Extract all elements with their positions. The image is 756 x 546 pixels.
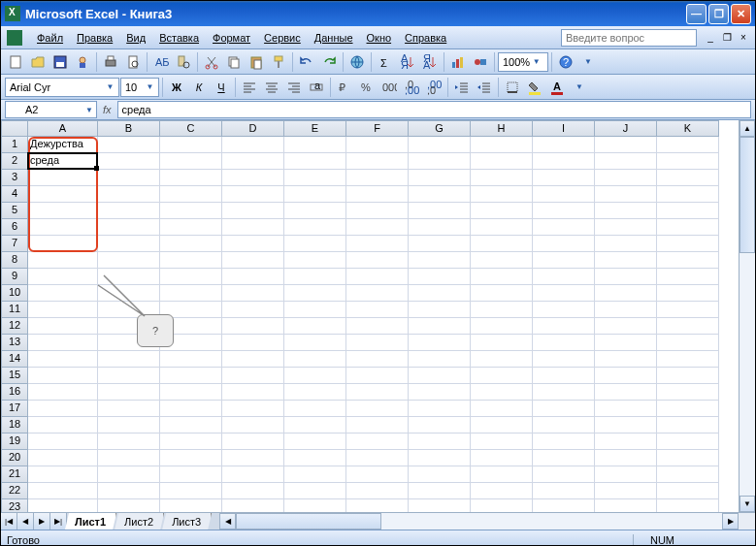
cell[interactable]	[409, 219, 471, 236]
cell[interactable]	[533, 499, 595, 512]
font-size-combo[interactable]: 10 ▼	[120, 78, 159, 97]
cell[interactable]	[160, 252, 222, 269]
cell[interactable]	[533, 417, 595, 434]
row-header[interactable]: 13	[1, 335, 28, 351]
help-button[interactable]: ?	[555, 51, 576, 73]
cell[interactable]	[657, 302, 719, 318]
cell[interactable]	[222, 351, 284, 368]
cell[interactable]	[657, 401, 719, 417]
column-header[interactable]: I	[533, 120, 595, 137]
font-color-button[interactable]: A	[546, 77, 568, 98]
cell[interactable]	[284, 499, 346, 512]
cell[interactable]	[346, 368, 409, 384]
scroll-right-button[interactable]: ▶	[722, 513, 739, 530]
cell[interactable]	[471, 450, 533, 466]
menu-edit[interactable]: Правка	[70, 29, 119, 47]
borders-button[interactable]	[502, 77, 523, 98]
cell[interactable]	[595, 384, 657, 401]
cell[interactable]	[657, 186, 719, 203]
cell[interactable]	[533, 219, 595, 236]
name-box[interactable]: A2 ▼	[5, 101, 97, 118]
column-header[interactable]: E	[284, 120, 346, 137]
column-header[interactable]: K	[657, 120, 719, 137]
cell[interactable]	[160, 186, 222, 203]
cell[interactable]	[284, 285, 346, 302]
cell[interactable]	[409, 203, 471, 219]
cell[interactable]	[160, 219, 222, 236]
align-right-button[interactable]	[283, 77, 305, 98]
cell[interactable]	[98, 203, 160, 219]
row-header[interactable]: 23	[1, 499, 28, 512]
cell[interactable]	[160, 351, 222, 368]
scroll-track[interactable]	[236, 513, 722, 530]
row-header[interactable]: 22	[1, 483, 28, 499]
menu-window[interactable]: Окно	[360, 29, 399, 47]
menu-tools[interactable]: Сервис	[257, 29, 308, 47]
cell[interactable]	[657, 384, 719, 401]
row-header[interactable]: 7	[1, 236, 28, 252]
cell[interactable]	[595, 368, 657, 384]
cell[interactable]	[160, 368, 222, 384]
cell[interactable]	[160, 466, 222, 483]
horizontal-scrollbar[interactable]: ◀ ▶	[219, 513, 739, 530]
cell[interactable]	[471, 186, 533, 203]
research-button[interactable]	[173, 51, 194, 73]
row-header[interactable]: 4	[1, 186, 28, 203]
cell[interactable]	[409, 401, 471, 417]
cell[interactable]	[160, 434, 222, 450]
document-icon[interactable]	[7, 30, 22, 46]
cell[interactable]	[533, 203, 595, 219]
cell[interactable]	[595, 318, 657, 335]
column-header[interactable]: G	[409, 120, 471, 137]
row-header[interactable]: 9	[1, 269, 28, 285]
cell[interactable]	[533, 170, 595, 186]
cell[interactable]	[346, 186, 409, 203]
cell[interactable]	[98, 483, 160, 499]
select-all-corner[interactable]	[1, 120, 28, 137]
cell[interactable]	[657, 285, 719, 302]
cell[interactable]	[284, 302, 346, 318]
underline-button[interactable]: Ч	[211, 77, 232, 98]
cell[interactable]	[284, 351, 346, 368]
cell[interactable]	[595, 252, 657, 269]
cell[interactable]	[98, 417, 160, 434]
zoom-combo[interactable]: 100% ▼	[498, 52, 548, 72]
cell[interactable]	[409, 351, 471, 368]
column-header[interactable]: H	[471, 120, 533, 137]
cell[interactable]	[28, 302, 98, 318]
row-header[interactable]: 20	[1, 450, 28, 466]
cell[interactable]	[160, 483, 222, 499]
cell[interactable]	[160, 450, 222, 466]
cell[interactable]	[346, 269, 409, 285]
cell[interactable]	[409, 368, 471, 384]
cell[interactable]	[657, 466, 719, 483]
cell[interactable]	[28, 186, 98, 203]
cell[interactable]	[222, 203, 284, 219]
cell[interactable]	[346, 137, 409, 153]
menu-insert[interactable]: Вставка	[152, 29, 206, 47]
cell[interactable]	[98, 368, 160, 384]
sheet-tab-2[interactable]: Лист2	[115, 513, 164, 530]
column-header[interactable]: J	[595, 120, 657, 137]
cell[interactable]	[657, 499, 719, 512]
cell[interactable]: среда	[28, 153, 98, 170]
doc-close-button[interactable]: ×	[736, 31, 751, 45]
cell[interactable]	[533, 466, 595, 483]
increase-indent-button[interactable]	[474, 77, 495, 98]
cut-button[interactable]	[201, 51, 222, 73]
cell[interactable]	[160, 153, 222, 170]
cell[interactable]	[284, 450, 346, 466]
cell[interactable]	[98, 351, 160, 368]
increase-decimal-button[interactable]: ,0,00	[401, 77, 422, 98]
cell[interactable]	[222, 219, 284, 236]
cell[interactable]	[346, 285, 409, 302]
cell[interactable]	[533, 236, 595, 252]
cell[interactable]	[533, 186, 595, 203]
cell[interactable]	[346, 466, 409, 483]
scroll-down-button[interactable]: ▼	[740, 496, 755, 512]
cell[interactable]	[160, 269, 222, 285]
cell[interactable]	[222, 483, 284, 499]
cell[interactable]	[595, 483, 657, 499]
cell[interactable]	[28, 450, 98, 466]
cell[interactable]	[409, 434, 471, 450]
